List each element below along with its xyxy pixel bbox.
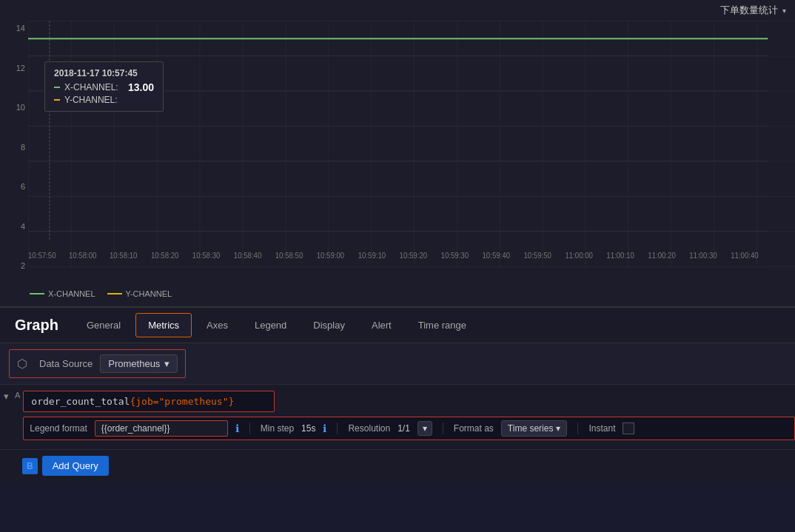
chart-title-chevron-icon[interactable]: ▾ xyxy=(782,7,786,15)
separator-1 xyxy=(249,422,250,434)
svg-rect-0 xyxy=(28,21,795,267)
separator-3 xyxy=(443,422,443,434)
tabs: General Metrics Axes Legend Display Aler… xyxy=(73,309,795,342)
svg-text:11:00:10: 11:00:10 xyxy=(606,252,634,260)
expr-plain-text: order_count_total xyxy=(31,396,130,407)
y-label: 10 xyxy=(16,103,25,112)
format-as-label: Format as xyxy=(454,423,494,434)
tab-time-range[interactable]: Time range xyxy=(405,309,480,342)
panel-section: Graph General Metrics Axes Legend Displa… xyxy=(0,307,795,482)
legend-x-channel: X-CHANNEL xyxy=(30,289,95,298)
legend-format-input[interactable] xyxy=(95,420,228,437)
format-as-value: Time series xyxy=(508,423,554,434)
svg-text:10:58:50: 10:58:50 xyxy=(275,252,303,260)
svg-text:10:59:00: 10:59:00 xyxy=(317,252,345,260)
chart-area: 14 12 10 8 6 4 2 xyxy=(0,21,795,283)
svg-text:10:59:30: 10:59:30 xyxy=(441,252,469,260)
tab-general[interactable]: General xyxy=(73,309,134,342)
query-row-a: ▾ A order_count_total{job="prometheus"} … xyxy=(0,384,795,445)
y-label: 12 xyxy=(16,64,25,73)
database-icon: ⬡ xyxy=(17,357,27,371)
legend-x-channel-label: X-CHANNEL xyxy=(48,289,95,298)
y-label: 14 xyxy=(16,24,25,33)
min-step-value: 15s xyxy=(301,423,315,434)
y-axis: 14 12 10 8 6 4 2 xyxy=(0,21,28,283)
svg-text:10:59:50: 10:59:50 xyxy=(523,252,551,260)
query-collapse-icon[interactable]: ▾ xyxy=(0,385,12,445)
expr-highlight-text: {job="prometheus"} xyxy=(130,396,234,407)
chart-title-bar: 下单数量统计 ▾ xyxy=(0,0,795,21)
svg-text:10:58:20: 10:58:20 xyxy=(151,252,179,260)
y-label: 2 xyxy=(21,261,25,270)
panel-title: Graph xyxy=(0,308,73,343)
svg-text:10:58:40: 10:58:40 xyxy=(234,252,262,260)
separator-2 xyxy=(337,422,338,434)
svg-text:10:57:50: 10:57:50 xyxy=(28,252,56,260)
panel-header: Graph General Metrics Axes Legend Displa… xyxy=(0,308,795,343)
resolution-dropdown[interactable]: ▾ xyxy=(417,421,432,436)
add-query-row: B Add Query xyxy=(0,449,795,482)
tab-metrics[interactable]: Metrics xyxy=(135,313,192,337)
legend-x-channel-color xyxy=(30,293,44,294)
add-query-button[interactable]: Add Query xyxy=(42,456,109,476)
chart-title[interactable]: 下单数量统计 xyxy=(720,4,778,17)
legend-y-channel-color xyxy=(107,293,122,294)
svg-text:11:00:20: 11:00:20 xyxy=(648,252,676,260)
min-step-label: Min step xyxy=(261,423,294,434)
svg-text:10:58:10: 10:58:10 xyxy=(110,252,138,260)
query-rows: ▾ A order_count_total{job="prometheus"} … xyxy=(0,384,795,449)
svg-text:11:00:00: 11:00:00 xyxy=(565,252,593,260)
chart-svg: 10:57:50 10:58:00 10:58:10 10:58:20 10:5… xyxy=(28,21,795,267)
tab-axes[interactable]: Axes xyxy=(193,309,241,342)
svg-text:11:00:40: 11:00:40 xyxy=(731,252,759,260)
chart-legend: X-CHANNEL Y-CHANNEL xyxy=(0,283,795,304)
svg-text:10:58:30: 10:58:30 xyxy=(192,252,221,260)
info-icon-step[interactable]: ℹ xyxy=(323,422,326,434)
add-query-b-badge: B xyxy=(22,458,38,474)
query-expr-row: order_count_total{job="prometheus"} xyxy=(23,391,795,412)
legend-format-label: Legend format xyxy=(30,423,87,434)
format-as-chevron: ▾ xyxy=(556,423,560,434)
y-label: 4 xyxy=(21,222,25,231)
tab-alert[interactable]: Alert xyxy=(358,309,405,342)
resolution-value: 1/1 xyxy=(398,423,410,434)
query-input-container: order_count_total{job="prometheus"} Lege… xyxy=(23,385,795,445)
tab-legend[interactable]: Legend xyxy=(241,309,300,342)
instant-label: Instant xyxy=(588,423,615,434)
tab-display[interactable]: Display xyxy=(300,309,358,342)
datasource-value: Prometheus xyxy=(108,358,160,369)
datasource-section: ⬡ Data Source Prometheus ▾ xyxy=(0,343,795,384)
datasource-label: Data Source xyxy=(39,358,93,369)
datasource-chevron-icon: ▾ xyxy=(164,358,170,369)
svg-text:10:59:10: 10:59:10 xyxy=(358,252,386,260)
y-label: 6 xyxy=(21,182,25,191)
query-index: A xyxy=(12,385,23,445)
legend-y-channel-label: Y-CHANNEL xyxy=(126,289,172,298)
y-label: 8 xyxy=(21,143,25,152)
svg-text:11:00:30: 11:00:30 xyxy=(689,252,717,260)
instant-checkbox[interactable] xyxy=(623,422,634,434)
info-icon-legend[interactable]: ℹ xyxy=(235,422,239,434)
query-options-row: Legend format ℹ Min step 15s ℹ Resolutio… xyxy=(23,417,795,440)
separator-4 xyxy=(577,422,578,434)
svg-text:10:58:00: 10:58:00 xyxy=(69,252,97,260)
chart-container: 下单数量统计 ▾ 14 12 10 8 6 4 2 xyxy=(0,0,795,307)
resolution-label: Resolution xyxy=(348,423,390,434)
datasource-dropdown[interactable]: Prometheus ▾ xyxy=(100,354,178,373)
format-as-dropdown[interactable]: Time series ▾ xyxy=(501,420,568,437)
svg-text:10:59:40: 10:59:40 xyxy=(482,252,510,260)
legend-y-channel: Y-CHANNEL xyxy=(107,289,172,298)
svg-text:10:59:20: 10:59:20 xyxy=(400,252,428,260)
